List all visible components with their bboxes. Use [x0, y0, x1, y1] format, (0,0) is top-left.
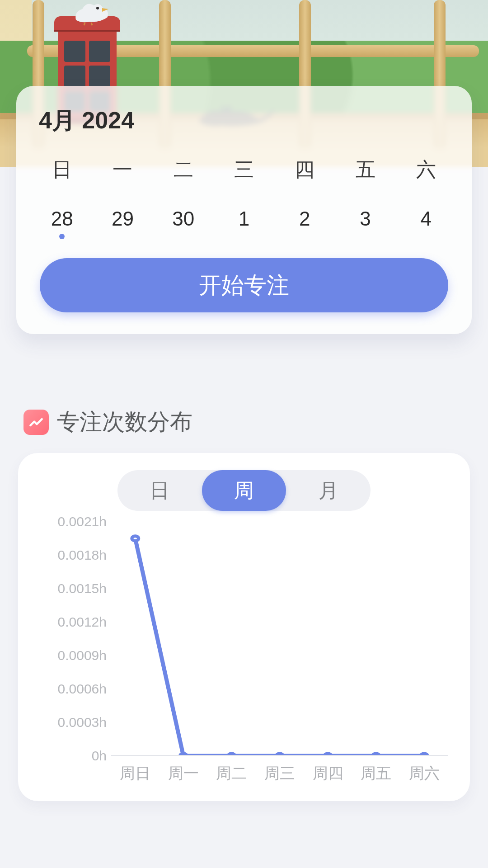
- tab-week[interactable]: 周: [202, 470, 286, 511]
- calendar-day[interactable]: 4: [396, 196, 456, 244]
- tab-month[interactable]: 月: [286, 477, 371, 504]
- chart-card: 日 周 月 0.0021h 0.0018h 0.0015h 0.0012h 0.…: [18, 453, 470, 801]
- svg-point-0: [96, 7, 99, 9]
- y-tick-label: 0.0003h: [41, 715, 111, 730]
- weekday-label: 六: [396, 156, 456, 196]
- y-axis: 0.0021h 0.0018h 0.0015h 0.0012h 0.0009h …: [41, 522, 111, 756]
- y-tick-label: 0.0015h: [41, 581, 111, 596]
- x-tick-label: 周日: [111, 763, 160, 784]
- x-tick-label: 周一: [160, 763, 208, 784]
- weekday-label: 二: [153, 156, 214, 196]
- time-range-tabs: 日 周 月: [117, 470, 371, 511]
- y-tick-label: 0.0009h: [41, 648, 111, 663]
- calendar-day[interactable]: 30: [153, 196, 214, 244]
- calendar-day[interactable]: 1: [214, 196, 274, 244]
- y-tick-label: 0.0012h: [41, 614, 111, 630]
- bird-decoration: [71, 0, 112, 28]
- calendar-day[interactable]: 28: [32, 196, 92, 244]
- section-title: 专注次数分布: [57, 407, 192, 437]
- x-tick-label: 周四: [304, 763, 352, 784]
- calendar-day[interactable]: 29: [92, 196, 153, 244]
- calendar-day[interactable]: 2: [274, 196, 335, 244]
- focus-line-chart: 0.0021h 0.0018h 0.0015h 0.0012h 0.0009h …: [41, 522, 457, 784]
- weekday-label: 五: [335, 156, 395, 196]
- calendar-title: 4月 2024: [39, 105, 456, 137]
- weekday-label: 三: [214, 156, 274, 196]
- calendar-day[interactable]: 3: [335, 196, 395, 244]
- weekday-label: 一: [92, 156, 153, 196]
- chart-line-icon: [23, 410, 49, 435]
- chart-baseline: [111, 755, 448, 756]
- weekday-label: 日: [32, 156, 92, 196]
- x-tick-label: 周六: [400, 763, 448, 784]
- calendar-week-header: 日 一 二 三 四 五 六: [32, 156, 456, 196]
- calendar-card: 4月 2024 日 一 二 三 四 五 六 28 29 30 1 2 3 4 开…: [16, 86, 472, 334]
- x-tick-label: 周二: [207, 763, 256, 784]
- y-tick-label: 0h: [41, 748, 111, 764]
- y-tick-label: 0.0018h: [41, 547, 111, 563]
- x-tick-label: 周三: [256, 763, 304, 784]
- chart-plot-area: [111, 522, 448, 756]
- section-header: 专注次数分布: [0, 407, 488, 437]
- calendar-days-row: 28 29 30 1 2 3 4: [32, 196, 456, 244]
- x-tick-label: 周五: [352, 763, 400, 784]
- y-tick-label: 0.0006h: [41, 681, 111, 697]
- tab-day[interactable]: 日: [117, 477, 202, 504]
- y-tick-label: 0.0021h: [41, 514, 111, 529]
- start-focus-button[interactable]: 开始专注: [40, 258, 448, 312]
- svg-point-1: [132, 536, 139, 541]
- x-axis: 周日 周一 周二 周三 周四 周五 周六: [111, 757, 448, 784]
- weekday-label: 四: [274, 156, 335, 196]
